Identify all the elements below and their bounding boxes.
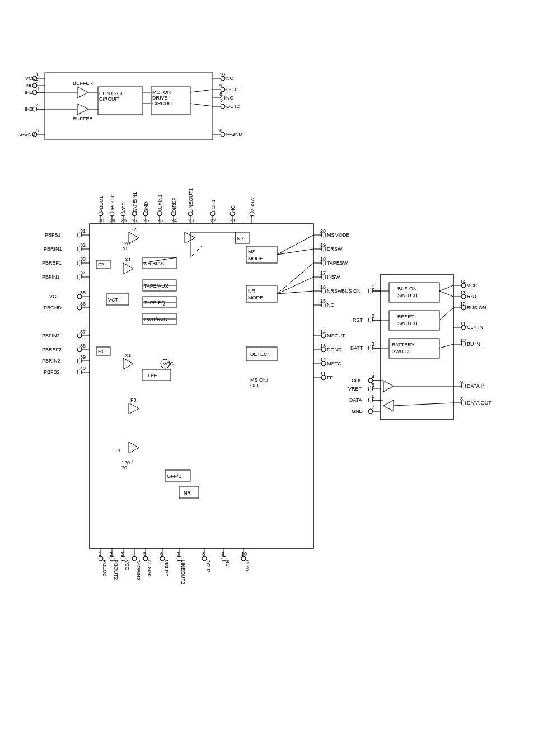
battery-switch-label: BATTERY	[392, 342, 415, 348]
bus-on-switch-label: BUS ON	[397, 286, 417, 292]
motor-drive-label3: CIRCUIT	[152, 101, 173, 106]
nr-mode-label: NR	[248, 288, 255, 294]
pin-num-13: 13	[320, 343, 326, 349]
pin-nc1: NC	[26, 83, 34, 88]
pin-num-39: 39	[80, 354, 86, 360]
vct-label: VCT	[108, 297, 119, 303]
pin-nc9b: NC	[225, 560, 231, 567]
pin-num-7sw: 7	[372, 405, 374, 410]
pin-num-9sw: 9	[460, 379, 463, 385]
pin-mslpf: MSLPF	[163, 560, 169, 577]
pin-2: 2	[36, 79, 39, 84]
pin-num-17: 17	[320, 270, 326, 276]
svg-marker-129	[123, 358, 133, 369]
f1-label: F1	[98, 349, 104, 354]
x1-top-label: X1	[125, 257, 131, 262]
motor-drive-label: MOTOR	[152, 90, 171, 95]
ms-mode-label: MS	[248, 249, 256, 255]
pin-auxin2: AUXIN2	[147, 560, 152, 578]
pin-num-10sw: 10	[460, 337, 466, 343]
svg-line-179	[394, 403, 453, 406]
pin-dataout: DATA OUT	[467, 400, 491, 406]
pin-num-15: 15	[320, 298, 326, 304]
pin-rst: RST	[353, 317, 363, 323]
pin-num-38: 38	[80, 343, 86, 349]
pin-4: 4	[36, 102, 39, 108]
pin-6: 6	[219, 128, 222, 133]
control-circuit-label: CONTROL	[99, 91, 124, 96]
pin-nc21: NC	[230, 205, 236, 213]
pin-num-18: 18	[320, 256, 326, 262]
pin-pbeo2: PBEO2	[102, 560, 107, 576]
pin-num-11: 11	[320, 371, 326, 377]
pin-num-5sw: 5	[372, 382, 374, 388]
pin-dgnd: DGND	[327, 347, 342, 353]
f2-label: F2	[98, 262, 104, 267]
svg-marker-131	[129, 442, 139, 453]
pin-pbref2: PBREF2	[42, 347, 62, 353]
pin-num-24: 24	[171, 218, 177, 223]
pin-num-36: 36	[80, 301, 86, 307]
pin-nrsw: NRSW	[327, 288, 343, 294]
battery-switch-label2: SWITCH	[392, 349, 412, 354]
pin-mstc: MSTC	[327, 361, 341, 367]
pin-pbeo1: PBEO1	[99, 196, 104, 213]
pin-clk: CLK	[352, 378, 362, 383]
pin-num-22: 22	[210, 218, 216, 223]
detect-label: DETECT	[250, 351, 271, 357]
pin-num-26: 26	[143, 218, 149, 223]
pin-num-33: 33	[80, 256, 86, 262]
pin-auxin1: AUXIN1	[157, 194, 163, 213]
pin-vcc3: VCC	[124, 560, 130, 571]
pin-tapesw: TAPESW	[327, 260, 348, 266]
pin-gnd7: GND	[352, 408, 363, 414]
pin-num-1sw: 1	[372, 284, 374, 290]
pin-num-37: 37	[80, 329, 86, 335]
pin-num-14sw: 14	[460, 279, 466, 284]
pin-9: 9	[219, 83, 222, 88]
pin-pgnd: P-GND	[226, 132, 243, 137]
pin-vcc: VCC	[25, 76, 36, 81]
pin-mssw: MSSW	[250, 196, 255, 213]
pin-num-6sw: 6	[372, 393, 374, 399]
tape-aux-label: TAPE/AUX	[144, 283, 168, 289]
f3-label: F3	[130, 397, 137, 403]
buffer1-label: BUFFER	[73, 81, 93, 86]
pin-tapein2: TAPEIN2	[135, 560, 141, 580]
ms-mode-label2: MODE	[248, 256, 263, 261]
diagram-container: CONTROL CIRCUIT MOTOR DRIVE CIRCUIT BUFF…	[0, 0, 534, 756]
t2-label: T2	[130, 227, 137, 232]
t1-label: T1	[115, 448, 121, 453]
mson-label: MS ON/	[250, 377, 269, 383]
pin-num-12sw: 12	[460, 301, 466, 307]
pin-pbref1: PBREF1	[42, 260, 62, 266]
pin-play: PLAY	[245, 560, 250, 572]
pin-num-10b: 10	[241, 551, 247, 557]
control-circuit-label2: CIRCUIT	[99, 96, 120, 102]
pin-out2: OUT2	[226, 104, 240, 109]
svg-marker-185	[185, 232, 195, 243]
pin-gnd26: GND	[143, 201, 149, 213]
bus-on-switch-label2: SWITCH	[397, 293, 418, 298]
svg-line-29	[190, 90, 213, 92]
pin-pbout1: PBOUT1	[110, 192, 115, 213]
pin-tcu2: TCU2	[205, 560, 211, 573]
pin-num-32: 32	[80, 242, 86, 248]
svg-line-172	[439, 291, 453, 297]
pin-lineout1: LINEOUT1	[188, 188, 194, 213]
pin-data: DATA	[349, 397, 362, 403]
nr-mode-label2: MODE	[248, 295, 263, 300]
pin-num-30: 30	[99, 218, 104, 223]
nr-bias-label: NR BIAS	[144, 261, 164, 266]
pin-num-6b: 6	[160, 551, 163, 557]
pin-8: 8	[219, 91, 222, 97]
pin-vref: VREF	[348, 386, 362, 392]
pin-lineout2: LINEOUT2	[180, 560, 186, 584]
svg-marker-4	[77, 104, 88, 115]
svg-marker-3	[77, 87, 88, 98]
pin-5: 5	[36, 128, 39, 133]
offb-label: OFF/B	[167, 473, 182, 479]
svg-marker-126	[123, 263, 133, 274]
pin-bus-on: BUS ON	[341, 288, 361, 294]
vcc-circle-label: VCC	[163, 361, 174, 367]
